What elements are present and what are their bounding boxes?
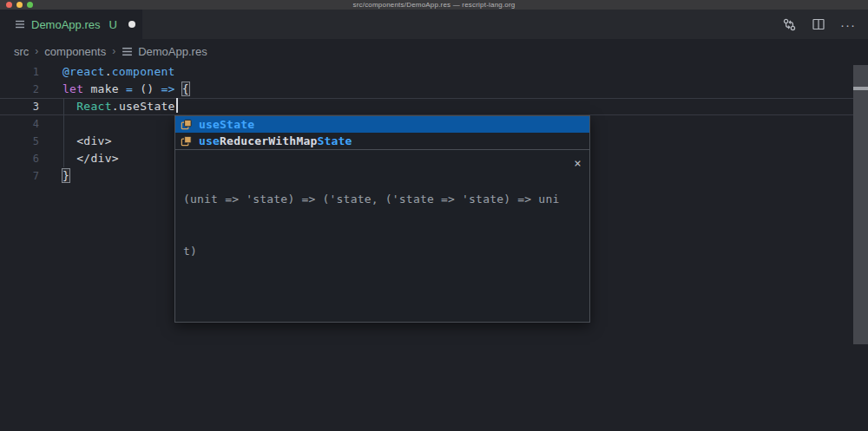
breadcrumb-file-label: DemoApp.res <box>138 45 207 58</box>
code-token: @react <box>62 65 105 78</box>
close-icon[interactable]: × <box>574 157 582 169</box>
line-number: 7 <box>0 167 39 185</box>
code-token: . <box>105 65 112 78</box>
suggestion-item[interactable]: useReducerWithMapState <box>175 133 589 149</box>
code-line[interactable]: 2let make = () => { <box>0 81 868 98</box>
line-number: 6 <box>0 150 39 167</box>
tab-demoapp[interactable]: DemoApp.res U <box>0 10 142 39</box>
code-text: </div> <box>62 150 119 167</box>
window-title: src/components/DemoApp.res — rescript-la… <box>352 0 515 10</box>
line-number: 5 <box>0 133 39 150</box>
code-text: } <box>62 167 69 185</box>
line-number: 3 <box>0 98 39 115</box>
doc-line: t) <box>183 243 567 260</box>
open-changes-icon[interactable] <box>782 10 797 39</box>
minimize-window-button[interactable] <box>16 2 23 8</box>
file-list-icon <box>122 46 133 57</box>
text-cursor <box>176 98 178 113</box>
breadcrumb-components[interactable]: components <box>44 45 106 58</box>
code-token: </div> <box>62 152 119 165</box>
vertical-scrollbar[interactable] <box>853 65 868 344</box>
split-editor-icon[interactable] <box>812 10 825 39</box>
code-text: React.useState <box>62 98 178 115</box>
breadcrumb-file[interactable]: DemoApp.res <box>122 45 207 58</box>
chevron-right-icon: › <box>112 45 115 57</box>
code-token: () <box>133 82 161 95</box>
code-token: make <box>83 82 126 95</box>
code-token: => <box>161 82 175 95</box>
code-token: React <box>76 100 112 113</box>
line-number: 2 <box>0 81 39 98</box>
traffic-lights <box>6 2 33 8</box>
file-list-icon <box>15 19 25 29</box>
suggestion-label: useReducerWithMapState <box>199 134 352 147</box>
tab-git-status: U <box>108 18 116 31</box>
breadcrumb-src[interactable]: src <box>14 45 29 58</box>
suggestion-label: useState <box>199 118 254 131</box>
breadcrumb: src › components › DemoApp.res <box>0 39 868 63</box>
tab-label: DemoApp.res <box>31 18 100 31</box>
matched-bracket: { <box>181 82 190 96</box>
code-text: let make = () => { <box>62 81 189 98</box>
code-line[interactable]: 1@react.component <box>0 63 868 81</box>
method-icon <box>180 134 193 147</box>
matched-bracket: } <box>62 168 70 183</box>
suggestion-list: useStateuseReducerWithMapState <box>175 116 589 149</box>
close-window-button[interactable] <box>6 2 12 8</box>
dirty-dot-icon[interactable] <box>128 21 135 28</box>
line-number: 4 <box>0 115 39 133</box>
more-actions-icon[interactable]: ··· <box>840 10 856 39</box>
suggestion-item[interactable]: useState <box>175 116 589 133</box>
code-text: @react.component <box>62 63 175 81</box>
suggest-widget: useStateuseReducerWithMapState (unit => … <box>174 115 590 323</box>
code-token: = <box>126 82 133 95</box>
zoom-window-button[interactable] <box>27 2 33 8</box>
method-icon <box>180 118 193 131</box>
code-text: <div> <box>62 133 112 150</box>
code-token: useState <box>119 100 175 113</box>
code-token: <div> <box>62 134 112 147</box>
line-number: 1 <box>0 63 39 81</box>
code-token <box>62 100 76 113</box>
code-token: . <box>112 100 119 113</box>
chevron-right-icon: › <box>35 45 38 57</box>
titlebar: src/components/DemoApp.res — rescript-la… <box>0 0 868 10</box>
suggestion-docs: (unit => 'state) => ('state, ('state => … <box>175 149 589 322</box>
overview-ruler-cursor-marker <box>853 87 868 90</box>
code-line[interactable]: 3 React.useState <box>0 98 868 115</box>
doc-line: (unit => 'state) => ('state, ('state => … <box>183 191 567 208</box>
code-token: let <box>62 82 83 95</box>
vscode-window: src/components/DemoApp.res — rescript-la… <box>0 0 868 431</box>
editor-actions: ··· <box>782 10 856 39</box>
code-token: component <box>112 65 175 78</box>
tab-bar: DemoApp.res U <box>0 10 868 39</box>
